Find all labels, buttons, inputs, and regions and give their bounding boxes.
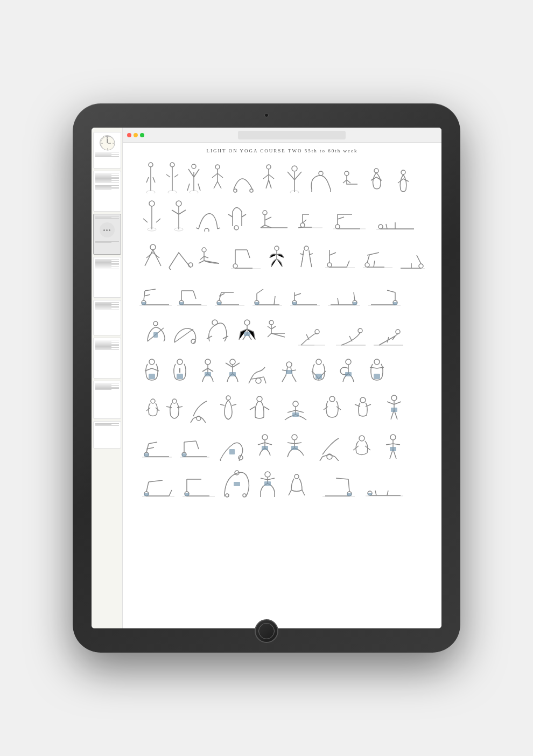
svg-line-144 — [294, 293, 301, 296]
svg-rect-188 — [177, 374, 183, 379]
svg-line-161 — [174, 329, 193, 342]
svg-line-295 — [169, 490, 172, 496]
svg-line-192 — [208, 368, 213, 372]
svg-point-56 — [149, 201, 155, 206]
pose-row-1 — [129, 159, 435, 194]
svg-line-219 — [166, 407, 172, 408]
svg-point-46 — [345, 171, 349, 176]
screen-bezel: LIGHT ON YOGA COURSE TWO 55th to 60th we… — [92, 128, 441, 628]
sidebar-item-7[interactable] — [93, 338, 121, 379]
minimize-button[interactable] — [134, 133, 138, 137]
svg-point-77 — [335, 225, 340, 229]
svg-line-315 — [348, 479, 349, 492]
sidebar-item-active[interactable] — [93, 214, 121, 255]
svg-line-313 — [302, 490, 305, 495]
yoga-page: LIGHT ON YOGA COURSE TWO 55th to 60th we… — [123, 143, 441, 628]
svg-line-201 — [258, 377, 264, 378]
svg-point-162 — [212, 320, 218, 325]
main-content: LIGHT ON YOGA COURSE TWO 55th to 60th we… — [123, 128, 441, 628]
pose-row-2 — [129, 197, 435, 232]
svg-point-61 — [176, 201, 181, 206]
svg-line-11 — [153, 177, 155, 183]
svg-rect-159 — [153, 332, 158, 338]
sidebar-item-5[interactable] — [93, 257, 121, 298]
svg-line-140 — [274, 296, 275, 305]
close-button[interactable] — [127, 133, 131, 137]
maximize-button[interactable] — [140, 133, 144, 137]
sidebar-item-2[interactable] — [93, 171, 121, 212]
svg-line-83 — [386, 224, 387, 229]
svg-rect-135 — [217, 302, 221, 305]
sidebar-item-1[interactable] — [93, 132, 121, 169]
svg-line-227 — [220, 404, 225, 405]
svg-line-63 — [179, 210, 186, 214]
svg-line-239 — [336, 407, 341, 410]
svg-rect-151 — [353, 302, 357, 305]
svg-point-72 — [300, 223, 305, 227]
svg-line-20 — [188, 169, 194, 177]
svg-line-260 — [196, 441, 199, 449]
svg-line-113 — [374, 261, 375, 267]
svg-rect-318 — [347, 493, 352, 496]
svg-line-274 — [294, 443, 301, 444]
poses-row-9 — [137, 466, 427, 499]
home-button[interactable] — [255, 619, 278, 643]
svg-line-21 — [194, 169, 199, 177]
svg-line-10 — [146, 177, 149, 183]
svg-point-90 — [202, 248, 206, 252]
svg-line-169 — [271, 326, 276, 329]
svg-point-101 — [304, 246, 308, 250]
svg-line-234 — [287, 410, 296, 412]
svg-line-41 — [294, 172, 301, 180]
svg-line-168 — [268, 326, 271, 329]
svg-point-19 — [192, 164, 196, 169]
svg-rect-305 — [234, 482, 240, 486]
svg-line-92 — [204, 256, 208, 258]
svg-line-15 — [166, 174, 170, 177]
sidebar-item-9[interactable] — [93, 421, 121, 449]
svg-point-82 — [378, 225, 383, 229]
svg-point-52 — [401, 170, 405, 174]
sidebar-item-8[interactable] — [93, 381, 121, 419]
svg-line-110 — [367, 255, 369, 263]
svg-line-89 — [169, 268, 172, 270]
svg-point-39 — [292, 166, 297, 171]
svg-rect-275 — [291, 446, 298, 450]
svg-point-189 — [205, 359, 211, 365]
svg-point-182 — [149, 359, 155, 365]
sidebar-item-6[interactable] — [93, 300, 121, 335]
svg-line-22 — [187, 184, 190, 191]
svg-point-226 — [226, 396, 230, 400]
svg-rect-214 — [374, 374, 380, 379]
svg-line-26 — [212, 173, 218, 178]
svg-line-287 — [393, 444, 400, 445]
sidebar — [92, 128, 123, 628]
svg-point-284 — [390, 435, 396, 440]
svg-point-17 — [190, 191, 198, 193]
svg-line-93 — [199, 261, 204, 263]
svg-point-178 — [396, 330, 400, 334]
svg-rect-146 — [292, 302, 297, 305]
svg-point-229 — [257, 396, 262, 402]
svg-rect-310 — [264, 481, 271, 486]
svg-line-231 — [264, 407, 269, 410]
svg-line-238 — [324, 407, 328, 410]
svg-line-225 — [202, 418, 206, 423]
svg-point-88 — [188, 263, 193, 267]
poses-row-8 — [137, 428, 427, 461]
svg-line-36 — [266, 180, 269, 188]
svg-line-48 — [347, 180, 350, 183]
svg-point-49 — [374, 169, 378, 173]
svg-point-199 — [256, 378, 261, 383]
svg-line-91 — [200, 256, 204, 260]
svg-line-245 — [387, 402, 394, 404]
svg-point-31 — [250, 189, 253, 192]
svg-point-281 — [359, 436, 364, 441]
svg-line-106 — [329, 253, 336, 255]
svg-rect-236 — [292, 412, 299, 417]
poses-row-2 — [137, 198, 427, 232]
pose-row-5 — [129, 312, 435, 347]
svg-line-321 — [375, 491, 376, 495]
svg-line-170 — [268, 333, 271, 337]
svg-rect-205 — [286, 370, 292, 374]
